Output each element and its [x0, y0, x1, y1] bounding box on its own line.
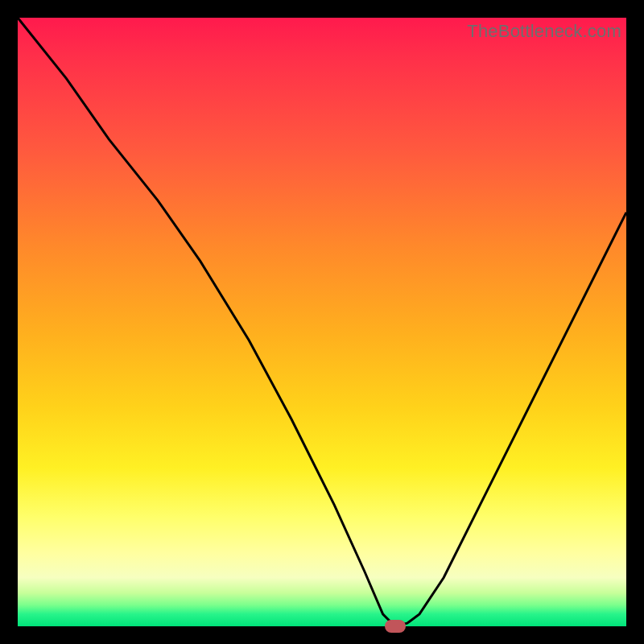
plot-area: TheBottleneck.com	[18, 18, 626, 626]
curve-path	[18, 18, 626, 626]
chart-frame: TheBottleneck.com	[0, 0, 644, 644]
optimum-marker	[385, 620, 406, 633]
bottleneck-curve	[18, 18, 626, 626]
